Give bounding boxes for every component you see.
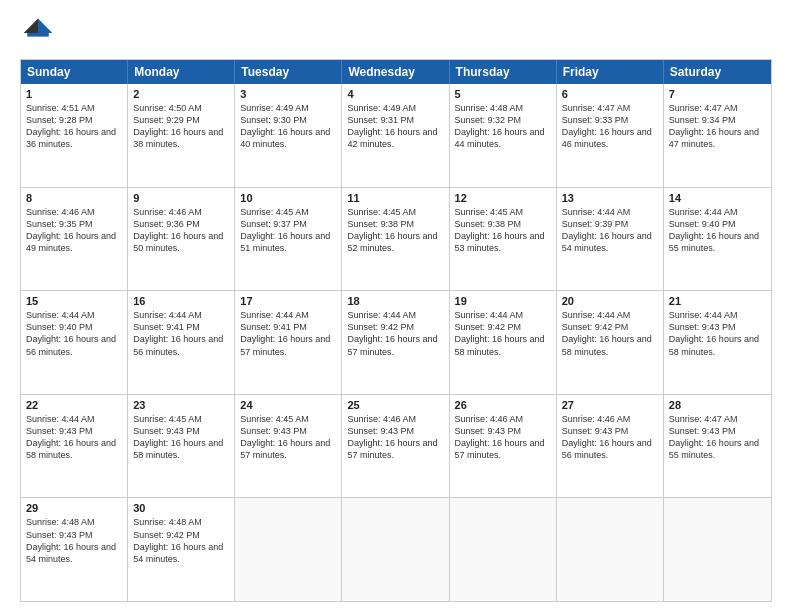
- cell-info: Sunrise: 4:44 AM Sunset: 9:42 PM Dayligh…: [455, 309, 551, 358]
- calendar-cell: 25Sunrise: 4:46 AM Sunset: 9:43 PM Dayli…: [342, 395, 449, 498]
- cell-info: Sunrise: 4:45 AM Sunset: 9:38 PM Dayligh…: [455, 206, 551, 255]
- calendar-cell: 5Sunrise: 4:48 AM Sunset: 9:32 PM Daylig…: [450, 84, 557, 187]
- day-number: 5: [455, 88, 551, 100]
- calendar-row-1: 1Sunrise: 4:51 AM Sunset: 9:28 PM Daylig…: [21, 84, 771, 188]
- day-number: 7: [669, 88, 766, 100]
- calendar-cell: [557, 498, 664, 601]
- day-number: 14: [669, 192, 766, 204]
- cell-info: Sunrise: 4:48 AM Sunset: 9:42 PM Dayligh…: [133, 516, 229, 565]
- header-day-sunday: Sunday: [21, 60, 128, 84]
- day-number: 29: [26, 502, 122, 514]
- calendar-cell: 10Sunrise: 4:45 AM Sunset: 9:37 PM Dayli…: [235, 188, 342, 291]
- day-number: 8: [26, 192, 122, 204]
- day-number: 17: [240, 295, 336, 307]
- day-number: 12: [455, 192, 551, 204]
- day-number: 3: [240, 88, 336, 100]
- calendar-cell: 22Sunrise: 4:44 AM Sunset: 9:43 PM Dayli…: [21, 395, 128, 498]
- cell-info: Sunrise: 4:44 AM Sunset: 9:39 PM Dayligh…: [562, 206, 658, 255]
- day-number: 25: [347, 399, 443, 411]
- cell-info: Sunrise: 4:51 AM Sunset: 9:28 PM Dayligh…: [26, 102, 122, 151]
- svg-marker-1: [24, 19, 38, 33]
- calendar-cell: 6Sunrise: 4:47 AM Sunset: 9:33 PM Daylig…: [557, 84, 664, 187]
- calendar-cell: 29Sunrise: 4:48 AM Sunset: 9:43 PM Dayli…: [21, 498, 128, 601]
- cell-info: Sunrise: 4:44 AM Sunset: 9:41 PM Dayligh…: [133, 309, 229, 358]
- calendar-cell: 7Sunrise: 4:47 AM Sunset: 9:34 PM Daylig…: [664, 84, 771, 187]
- svg-marker-0: [38, 19, 52, 33]
- calendar-cell: 12Sunrise: 4:45 AM Sunset: 9:38 PM Dayli…: [450, 188, 557, 291]
- calendar-header: SundayMondayTuesdayWednesdayThursdayFrid…: [21, 60, 771, 84]
- day-number: 18: [347, 295, 443, 307]
- cell-info: Sunrise: 4:46 AM Sunset: 9:43 PM Dayligh…: [455, 413, 551, 462]
- calendar-cell: 27Sunrise: 4:46 AM Sunset: 9:43 PM Dayli…: [557, 395, 664, 498]
- cell-info: Sunrise: 4:44 AM Sunset: 9:41 PM Dayligh…: [240, 309, 336, 358]
- calendar-cell: 4Sunrise: 4:49 AM Sunset: 9:31 PM Daylig…: [342, 84, 449, 187]
- calendar-cell: 1Sunrise: 4:51 AM Sunset: 9:28 PM Daylig…: [21, 84, 128, 187]
- cell-info: Sunrise: 4:47 AM Sunset: 9:34 PM Dayligh…: [669, 102, 766, 151]
- cell-info: Sunrise: 4:45 AM Sunset: 9:38 PM Dayligh…: [347, 206, 443, 255]
- day-number: 15: [26, 295, 122, 307]
- calendar-row-4: 22Sunrise: 4:44 AM Sunset: 9:43 PM Dayli…: [21, 395, 771, 499]
- calendar-row-2: 8Sunrise: 4:46 AM Sunset: 9:35 PM Daylig…: [21, 188, 771, 292]
- calendar-cell: [664, 498, 771, 601]
- calendar-cell: 9Sunrise: 4:46 AM Sunset: 9:36 PM Daylig…: [128, 188, 235, 291]
- day-number: 10: [240, 192, 336, 204]
- cell-info: Sunrise: 4:45 AM Sunset: 9:43 PM Dayligh…: [240, 413, 336, 462]
- calendar-cell: 24Sunrise: 4:45 AM Sunset: 9:43 PM Dayli…: [235, 395, 342, 498]
- day-number: 22: [26, 399, 122, 411]
- day-number: 19: [455, 295, 551, 307]
- logo: [20, 15, 60, 51]
- page: SundayMondayTuesdayWednesdayThursdayFrid…: [0, 0, 792, 612]
- calendar-cell: 21Sunrise: 4:44 AM Sunset: 9:43 PM Dayli…: [664, 291, 771, 394]
- day-number: 9: [133, 192, 229, 204]
- cell-info: Sunrise: 4:44 AM Sunset: 9:43 PM Dayligh…: [669, 309, 766, 358]
- logo-icon: [20, 15, 56, 51]
- day-number: 1: [26, 88, 122, 100]
- cell-info: Sunrise: 4:50 AM Sunset: 9:29 PM Dayligh…: [133, 102, 229, 151]
- cell-info: Sunrise: 4:45 AM Sunset: 9:43 PM Dayligh…: [133, 413, 229, 462]
- cell-info: Sunrise: 4:46 AM Sunset: 9:35 PM Dayligh…: [26, 206, 122, 255]
- calendar-cell: 13Sunrise: 4:44 AM Sunset: 9:39 PM Dayli…: [557, 188, 664, 291]
- cell-info: Sunrise: 4:49 AM Sunset: 9:31 PM Dayligh…: [347, 102, 443, 151]
- calendar-cell: 18Sunrise: 4:44 AM Sunset: 9:42 PM Dayli…: [342, 291, 449, 394]
- calendar-cell: [342, 498, 449, 601]
- calendar-cell: [450, 498, 557, 601]
- day-number: 28: [669, 399, 766, 411]
- day-number: 6: [562, 88, 658, 100]
- day-number: 27: [562, 399, 658, 411]
- calendar-cell: 17Sunrise: 4:44 AM Sunset: 9:41 PM Dayli…: [235, 291, 342, 394]
- calendar-body: 1Sunrise: 4:51 AM Sunset: 9:28 PM Daylig…: [21, 84, 771, 601]
- cell-info: Sunrise: 4:44 AM Sunset: 9:43 PM Dayligh…: [26, 413, 122, 462]
- cell-info: Sunrise: 4:46 AM Sunset: 9:36 PM Dayligh…: [133, 206, 229, 255]
- header-day-tuesday: Tuesday: [235, 60, 342, 84]
- calendar-cell: 15Sunrise: 4:44 AM Sunset: 9:40 PM Dayli…: [21, 291, 128, 394]
- day-number: 4: [347, 88, 443, 100]
- header-day-monday: Monday: [128, 60, 235, 84]
- cell-info: Sunrise: 4:47 AM Sunset: 9:43 PM Dayligh…: [669, 413, 766, 462]
- header-day-friday: Friday: [557, 60, 664, 84]
- calendar-cell: 16Sunrise: 4:44 AM Sunset: 9:41 PM Dayli…: [128, 291, 235, 394]
- calendar-row-3: 15Sunrise: 4:44 AM Sunset: 9:40 PM Dayli…: [21, 291, 771, 395]
- day-number: 26: [455, 399, 551, 411]
- calendar-cell: 26Sunrise: 4:46 AM Sunset: 9:43 PM Dayli…: [450, 395, 557, 498]
- cell-info: Sunrise: 4:44 AM Sunset: 9:42 PM Dayligh…: [347, 309, 443, 358]
- header-day-wednesday: Wednesday: [342, 60, 449, 84]
- day-number: 20: [562, 295, 658, 307]
- header-day-saturday: Saturday: [664, 60, 771, 84]
- svg-rect-2: [27, 33, 49, 37]
- calendar-cell: 23Sunrise: 4:45 AM Sunset: 9:43 PM Dayli…: [128, 395, 235, 498]
- calendar-cell: 20Sunrise: 4:44 AM Sunset: 9:42 PM Dayli…: [557, 291, 664, 394]
- cell-info: Sunrise: 4:48 AM Sunset: 9:43 PM Dayligh…: [26, 516, 122, 565]
- header: [20, 15, 772, 51]
- cell-info: Sunrise: 4:47 AM Sunset: 9:33 PM Dayligh…: [562, 102, 658, 151]
- calendar-cell: 3Sunrise: 4:49 AM Sunset: 9:30 PM Daylig…: [235, 84, 342, 187]
- day-number: 2: [133, 88, 229, 100]
- day-number: 11: [347, 192, 443, 204]
- calendar-cell: 8Sunrise: 4:46 AM Sunset: 9:35 PM Daylig…: [21, 188, 128, 291]
- calendar: SundayMondayTuesdayWednesdayThursdayFrid…: [20, 59, 772, 602]
- cell-info: Sunrise: 4:49 AM Sunset: 9:30 PM Dayligh…: [240, 102, 336, 151]
- calendar-cell: [235, 498, 342, 601]
- header-day-thursday: Thursday: [450, 60, 557, 84]
- day-number: 30: [133, 502, 229, 514]
- calendar-cell: 28Sunrise: 4:47 AM Sunset: 9:43 PM Dayli…: [664, 395, 771, 498]
- cell-info: Sunrise: 4:45 AM Sunset: 9:37 PM Dayligh…: [240, 206, 336, 255]
